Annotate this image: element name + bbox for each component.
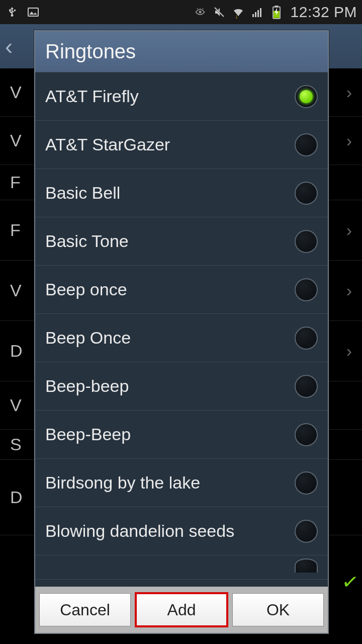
ringtone-label: Basic Tone: [45, 231, 129, 251]
radio-unselected[interactable]: [295, 327, 318, 350]
ringtone-label: AT&T Firefly: [45, 87, 139, 106]
ringtone-label: Beep once: [45, 280, 127, 299]
ringtone-label: Beep-beep: [45, 376, 129, 396]
wifi-icon: ↓: [231, 5, 245, 19]
ringtone-label: Beep Once: [45, 328, 131, 348]
battery-charging-icon: [269, 5, 284, 19]
ringtone-item[interactable]: Beep once: [35, 266, 328, 314]
dialog-footer: Cancel Add OK: [35, 587, 328, 633]
ringtone-label: Birdsong by the lake: [45, 473, 200, 493]
ringtone-item[interactable]: Birdsong by the lake: [35, 459, 328, 507]
checkmark-icon: ✓: [340, 570, 360, 595]
ringtone-item[interactable]: Beep-beep: [35, 362, 328, 411]
ringtone-item[interactable]: Beep Once: [35, 314, 328, 362]
ringtone-item[interactable]: AT&T StarGazer: [35, 121, 328, 169]
eye-icon: [193, 5, 207, 19]
status-bar: ↓ 12:32 PM: [0, 0, 362, 24]
cancel-button[interactable]: Cancel: [39, 593, 131, 626]
ok-button[interactable]: OK: [232, 593, 324, 626]
mute-icon: [212, 5, 226, 19]
ringtone-item[interactable]: AT&T Firefly: [35, 72, 328, 121]
ringtone-item[interactable]: Basic Tone: [35, 217, 328, 266]
radio-unselected[interactable]: [295, 182, 318, 205]
radio-unselected[interactable]: [295, 133, 318, 156]
radio-unselected[interactable]: [295, 278, 318, 301]
status-clock: 12:32 PM: [291, 4, 357, 21]
ringtones-dialog: Ringtones AT&T Firefly AT&T StarGazer Ba…: [34, 30, 329, 634]
radio-unselected[interactable]: [295, 471, 318, 495]
picture-icon: [26, 5, 40, 19]
back-icon[interactable]: ‹: [5, 33, 13, 60]
ringtone-item-partial[interactable]: [35, 555, 328, 580]
add-button[interactable]: Add: [136, 593, 227, 626]
svg-rect-4: [257, 10, 259, 17]
ringtone-label: Basic Bell: [45, 183, 120, 203]
ringtone-item[interactable]: Beep-Beep: [35, 411, 328, 459]
ringtone-item[interactable]: Blowing dandelion seeds: [35, 507, 328, 555]
radio-unselected[interactable]: [295, 520, 318, 543]
signal-icon: [250, 5, 264, 19]
radio-selected[interactable]: [295, 85, 318, 108]
radio-unselected[interactable]: [295, 558, 318, 573]
dialog-title: Ringtones: [35, 31, 328, 72]
radio-unselected[interactable]: [295, 423, 318, 446]
radio-unselected[interactable]: [295, 230, 318, 253]
ringtone-label: Beep-Beep: [45, 425, 131, 444]
ringtone-label: AT&T StarGazer: [45, 135, 170, 154]
radio-unselected[interactable]: [295, 375, 318, 398]
svg-rect-2: [252, 14, 254, 17]
svg-point-1: [199, 11, 201, 13]
usb-icon: [5, 5, 19, 19]
ringtone-item[interactable]: Basic Bell: [35, 169, 328, 217]
svg-rect-0: [28, 8, 38, 16]
svg-rect-7: [275, 6, 278, 7]
ringtone-label: Blowing dandelion seeds: [45, 521, 234, 541]
ringtone-list[interactable]: AT&T Firefly AT&T StarGazer Basic Bell B…: [35, 72, 328, 587]
svg-rect-5: [260, 8, 261, 17]
svg-rect-3: [255, 12, 256, 17]
